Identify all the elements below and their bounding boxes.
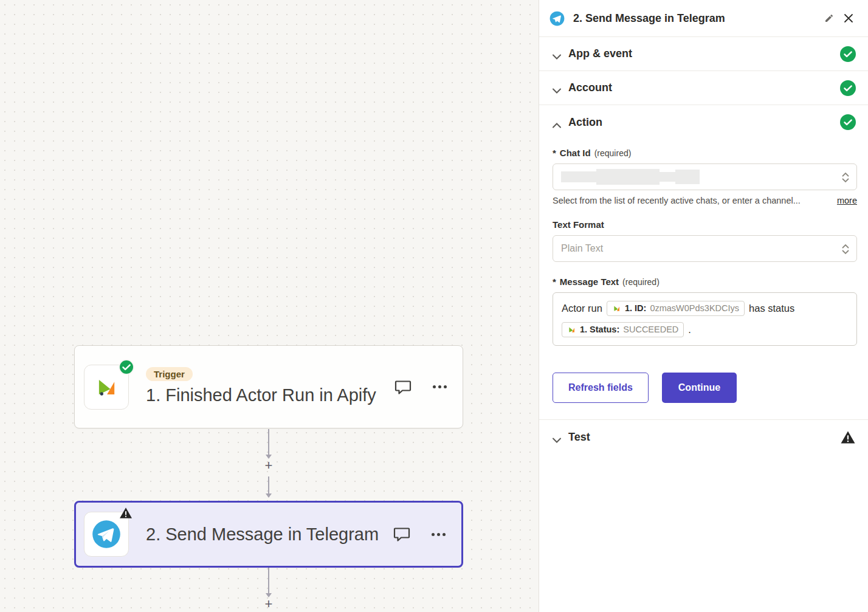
required-star: * — [553, 148, 556, 158]
chat-id-help-row: Select from the list of recently active … — [553, 196, 857, 205]
chat-id-select[interactable] — [553, 163, 857, 190]
action-buttons: Refresh fields Continue — [553, 373, 857, 403]
trigger-badge: Trigger — [146, 367, 193, 381]
refresh-fields-button[interactable]: Refresh fields — [553, 373, 649, 403]
panel-header: 2. Send Message in Telegram — [539, 0, 868, 37]
more-link[interactable]: more — [837, 196, 857, 205]
message-text-label: Message Text — [560, 277, 619, 287]
step-settings-panel: 2. Send Message in Telegram App & event — [539, 0, 868, 612]
step-card-action-selected[interactable]: 2. Send Message in Telegram — [74, 501, 463, 568]
zap-editor: + + — [0, 0, 868, 612]
chat-id-label-row: * Chat Id (required) — [553, 148, 857, 158]
text-format-label: Text Format — [553, 219, 604, 230]
section-test[interactable]: Test — [539, 420, 868, 454]
add-step-button[interactable]: + — [261, 597, 276, 611]
chevron-down-icon — [553, 435, 561, 440]
step-card-trigger[interactable]: Trigger 1. Finished Actor Run in Apify — [74, 345, 463, 428]
chat-id-help: Select from the list of recently active … — [553, 196, 837, 205]
chevron-down-icon — [553, 85, 561, 91]
section-label: Account — [568, 81, 840, 94]
connector-line — [268, 429, 269, 455]
section-action[interactable]: Action — [539, 105, 868, 139]
message-text-input[interactable]: Actor run 1. ID: 0zmasW0Pds3KDCIys has s… — [553, 292, 857, 346]
edit-icon[interactable] — [822, 11, 836, 26]
chevron-down-icon — [553, 51, 561, 57]
section-label: App & event — [568, 47, 840, 60]
token-value: 0zmasW0Pds3KDCIys — [650, 299, 739, 317]
connector-line — [268, 568, 269, 593]
telegram-icon-wrap — [84, 512, 129, 557]
panel-title: 2. Send Message in Telegram — [573, 12, 822, 25]
message-prefix: Actor run — [562, 299, 602, 317]
required-note: (required) — [622, 277, 660, 287]
token-label: 1. Status: — [580, 320, 619, 339]
action-section-body: * Chat Id (required) Select from the lis… — [539, 139, 868, 403]
success-check-icon — [119, 359, 134, 375]
message-content: Actor run 1. ID: 0zmasW0Pds3KDCIys has s… — [562, 299, 848, 339]
section-label: Test — [568, 431, 840, 444]
text-format-select[interactable]: Plain Text — [553, 235, 857, 262]
chat-id-label: Chat Id — [560, 148, 591, 158]
more-options-icon[interactable] — [433, 385, 447, 388]
workflow-canvas[interactable]: + + — [0, 0, 539, 612]
arrow-down-icon — [266, 493, 272, 498]
comment-icon[interactable] — [394, 379, 412, 396]
continue-button[interactable]: Continue — [662, 373, 737, 403]
redacted-value — [561, 169, 700, 185]
success-check-icon — [840, 46, 856, 62]
apify-icon — [612, 304, 621, 313]
token-value: SUCCEEDED — [623, 320, 678, 339]
step-actions — [394, 379, 447, 396]
section-label: Action — [568, 116, 840, 129]
step-body: 2. Send Message in Telegram — [146, 523, 387, 546]
success-check-icon — [840, 114, 856, 130]
apify-icon — [567, 325, 576, 334]
connector-line — [268, 476, 269, 493]
chevron-up-icon — [553, 120, 561, 125]
section-app-event[interactable]: App & event — [539, 37, 868, 71]
more-options-icon[interactable] — [432, 533, 446, 536]
apify-icon-wrap — [84, 365, 129, 410]
step-title: 2. Send Message in Telegram — [146, 523, 387, 546]
section-account[interactable]: Account — [539, 71, 868, 105]
warning-icon — [119, 507, 133, 519]
text-format-block: Text Format Plain Text — [553, 219, 857, 262]
message-middle: has status — [749, 299, 794, 317]
token-label: 1. ID: — [625, 299, 646, 317]
warning-icon — [840, 430, 856, 444]
close-icon[interactable] — [841, 11, 856, 26]
comment-icon[interactable] — [393, 526, 411, 543]
token-pill-id[interactable]: 1. ID: 0zmasW0Pds3KDCIys — [607, 301, 745, 316]
required-note: (required) — [594, 148, 632, 158]
message-suffix: . — [688, 320, 691, 339]
success-check-icon — [840, 80, 856, 96]
telegram-icon — [549, 11, 565, 26]
stepper-icon — [841, 172, 850, 183]
add-step-button[interactable]: + — [261, 458, 276, 473]
step-body: Trigger 1. Finished Actor Run in Apify — [146, 367, 388, 407]
message-text-label-row: * Message Text (required) — [553, 277, 857, 287]
token-pill-status[interactable]: 1. Status: SUCCEEDED — [562, 322, 684, 337]
text-format-value: Plain Text — [561, 243, 603, 254]
step-actions — [393, 526, 446, 543]
required-star: * — [553, 277, 556, 287]
text-format-label-row: Text Format — [553, 219, 857, 230]
step-title: 1. Finished Actor Run in Apify — [146, 383, 388, 407]
stepper-icon — [841, 244, 850, 255]
message-text-block: * Message Text (required) Actor run 1. I… — [553, 277, 857, 346]
